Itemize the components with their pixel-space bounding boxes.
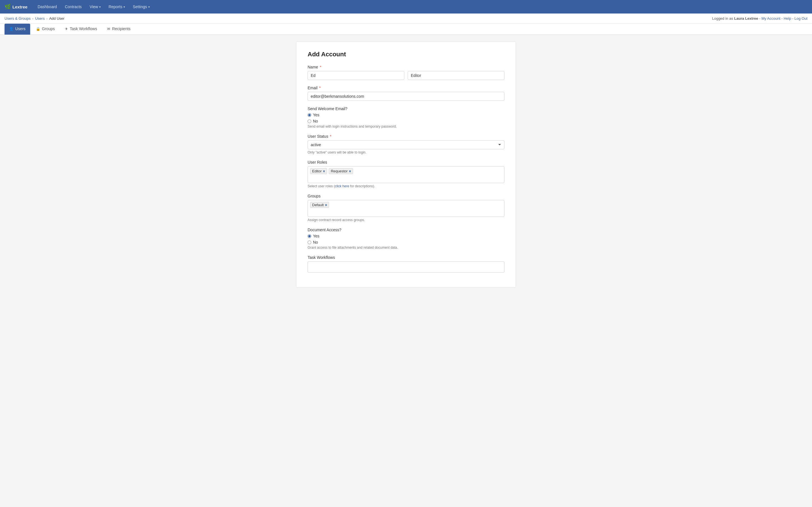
groups-tab-icon: 🔒 [36, 27, 40, 31]
role-requestor-tag: Requestor × [329, 168, 353, 174]
nav-settings[interactable]: Settings ▾ [130, 2, 153, 11]
nav-view[interactable]: View ▾ [86, 2, 104, 11]
task-workflows-tab-icon: ✈ [65, 27, 68, 31]
user-status-label: User Status * [308, 134, 504, 138]
welcome-email-group: Send Welcome Email? Yes No Send email wi… [308, 107, 504, 128]
breadcrumb-sep-2: › [46, 17, 47, 20]
user-status-group: User Status * active inactive Only "acti… [308, 134, 504, 154]
welcome-email-radio-group: Yes No [308, 113, 504, 123]
nav-reports[interactable]: Reports ▾ [105, 2, 128, 11]
navbar: 🌿 Lextree Dashboard Contracts View ▾ Rep… [0, 0, 812, 13]
welcome-email-help: Send email with login instructions and t… [308, 124, 504, 128]
user-roles-group: User Roles Editor × Requestor × Select u… [308, 160, 504, 188]
breadcrumb-sep-1: › [32, 17, 33, 20]
welcome-email-label: Send Welcome Email? [308, 107, 504, 111]
main-content: Add Account Name * Email * Send Welcome … [0, 35, 812, 294]
nav-dashboard[interactable]: Dashboard [34, 2, 60, 11]
first-name-input[interactable] [308, 71, 404, 80]
breadcrumb-users-groups[interactable]: Users & Groups [4, 16, 31, 20]
breadcrumb-bar: Users & Groups › Users › Add User Logged… [0, 13, 812, 24]
breadcrumb-current: Add User [49, 16, 64, 20]
nav-links: Dashboard Contracts View ▾ Reports ▾ Set… [34, 2, 153, 11]
email-group: Email * [308, 86, 504, 101]
user-roles-label: User Roles [308, 160, 504, 165]
welcome-no-option[interactable]: No [308, 119, 504, 123]
nav-contracts[interactable]: Contracts [61, 2, 85, 11]
user-roles-help: Select user roles (click here for descri… [308, 184, 504, 188]
user-roles-tags-container[interactable]: Editor × Requestor × [308, 166, 504, 183]
email-label: Email * [308, 86, 504, 90]
form-card: Add Account Name * Email * Send Welcome … [296, 41, 516, 288]
my-account-link[interactable]: My Account [762, 16, 780, 20]
auth-username: Laura Lextree [734, 16, 758, 20]
form-title: Add Account [308, 51, 504, 58]
user-status-required: * [330, 134, 331, 138]
role-editor-remove[interactable]: × [323, 169, 325, 173]
brand-logo[interactable]: 🌿 Lextree [4, 4, 28, 10]
tab-users[interactable]: 👤 Users [4, 24, 30, 35]
help-link[interactable]: Help [783, 16, 791, 20]
document-access-help: Grant access to file attachments and rel… [308, 245, 504, 249]
email-required: * [319, 86, 320, 90]
doc-access-yes-option[interactable]: Yes [308, 234, 504, 238]
user-status-help: Only "active" users will be able to logi… [308, 151, 504, 154]
tab-task-workflows[interactable]: ✈ Task Workflows [60, 24, 101, 35]
task-workflows-group: Task Workflows [308, 255, 504, 273]
groups-tags-container[interactable]: Default × [308, 200, 504, 217]
breadcrumb: Users & Groups › Users › Add User [4, 16, 64, 20]
settings-caret: ▾ [148, 5, 150, 8]
roles-help-link[interactable]: click here [335, 184, 349, 188]
doc-access-no-option[interactable]: No [308, 240, 504, 244]
brand-icon: 🌿 [4, 4, 11, 10]
tab-groups[interactable]: 🔒 Groups [31, 24, 59, 35]
breadcrumb-users[interactable]: Users [35, 16, 45, 20]
document-access-label: Document Access? [308, 228, 504, 232]
name-group: Name * [308, 65, 504, 80]
name-label: Name * [308, 65, 504, 69]
role-editor-tag: Editor × [310, 168, 327, 174]
last-name-input[interactable] [408, 71, 504, 80]
reports-caret: ▾ [123, 5, 125, 8]
welcome-no-radio[interactable] [308, 119, 311, 123]
role-requestor-remove[interactable]: × [349, 169, 351, 173]
document-access-radio-group: Yes No [308, 234, 504, 244]
document-access-group: Document Access? Yes No Grant access to … [308, 228, 504, 249]
welcome-yes-radio[interactable] [308, 113, 311, 117]
group-default-tag: Default × [310, 202, 329, 208]
name-row [308, 71, 504, 80]
doc-access-yes-radio[interactable] [308, 234, 311, 238]
tabs-bar: 👤 Users 🔒 Groups ✈ Task Workflows ✉ Reci… [0, 24, 812, 35]
group-default-remove[interactable]: × [325, 203, 327, 207]
welcome-yes-option[interactable]: Yes [308, 113, 504, 117]
users-tab-icon: 👤 [9, 27, 13, 31]
name-required: * [320, 65, 321, 69]
brand-name: Lextree [12, 4, 28, 9]
groups-group: Groups Default × Assign contract record … [308, 194, 504, 222]
email-input[interactable] [308, 92, 504, 101]
view-caret: ▾ [99, 5, 101, 8]
doc-access-no-radio[interactable] [308, 240, 311, 244]
task-workflows-label: Task Workflows [308, 255, 504, 260]
recipients-tab-icon: ✉ [107, 27, 110, 31]
user-status-select[interactable]: active inactive [308, 140, 504, 149]
tab-recipients[interactable]: ✉ Recipients [103, 24, 135, 35]
log-out-link[interactable]: Log Out [795, 16, 808, 20]
groups-label: Groups [308, 194, 504, 198]
groups-help: Assign contract record access groups. [308, 218, 504, 222]
task-workflows-tags-container[interactable] [308, 262, 504, 273]
auth-info: Logged in as Laura Lextree - My Account … [712, 16, 808, 20]
